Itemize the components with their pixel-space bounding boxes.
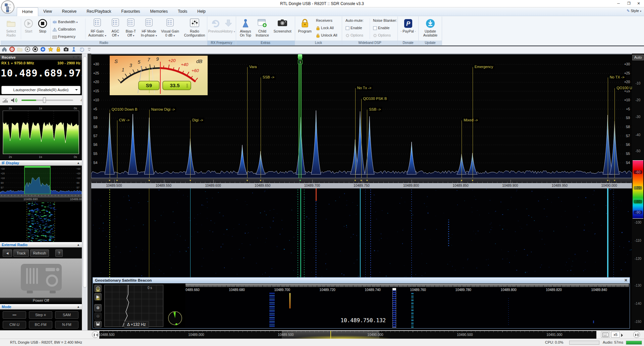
panel-close-icon[interactable]: ✕ (77, 55, 80, 60)
maximize-button[interactable]: ❐ (624, 0, 634, 7)
play-icon[interactable] (24, 46, 31, 52)
frequency-ruler[interactable]: ▼▼▼▼▼▼▼▼▼▼▼▼▼▼ (91, 178, 632, 183)
nb-options-button[interactable]: Options (373, 32, 391, 39)
zoom-factor-button[interactable]: x5 (611, 332, 620, 338)
beacon-signal-selected[interactable] (392, 288, 396, 328)
undo-icon[interactable] (78, 46, 85, 52)
remote-icon[interactable] (70, 46, 77, 52)
automute-enable-checkbox[interactable]: Enable (345, 24, 362, 31)
mode-button-step[interactable]: Step ≡ (29, 311, 52, 319)
automute-options-button[interactable]: Options (345, 32, 363, 39)
band-select-button[interactable] (601, 332, 610, 338)
nav-right-button[interactable] (633, 331, 640, 338)
agc-dropdown[interactable]: AGCOff ▾ (108, 18, 123, 39)
child-instance-button[interactable]: Child Instance (254, 18, 270, 39)
bias-t-dropdown[interactable]: Bias-TOff ▾ (123, 18, 138, 39)
sidebar-scrollbar[interactable] (82, 54, 88, 339)
spectrum-plot[interactable]: +30+25+20+15+10+5S9S8S7S6S5S4+30+25+20+1… (91, 54, 632, 178)
volume-handle[interactable] (43, 97, 46, 103)
beacon-header[interactable]: Geostationary Satellite Beacon ✕ (93, 278, 630, 283)
rx-dropdown-icon[interactable]: ▼ (11, 62, 13, 65)
calib-button[interactable]: Calibration (52, 26, 76, 33)
unlock-all-button[interactable]: Unlock All (316, 32, 337, 39)
tab-view[interactable]: View (38, 7, 57, 16)
collapse-icon[interactable]: ▲ (77, 160, 80, 166)
visual-gain-dropdown[interactable]: Visual Gain0 dB ▾ (160, 18, 180, 39)
history-button[interactable]: History ▾ (221, 18, 235, 39)
if-spectrum[interactable]: +30+30+20+20+10+10S9S9S7S7S5S5 (0, 166, 82, 197)
tab-help[interactable]: Help (192, 7, 211, 16)
tab-recplayback[interactable]: Rec/Playback (82, 7, 116, 16)
tab-home[interactable]: Home (17, 7, 38, 16)
refresh-button[interactable]: Refresh (30, 249, 49, 257)
lock-icon[interactable] (55, 46, 62, 52)
mode-button-bcfm[interactable]: BC-FM (29, 321, 52, 329)
help-button[interactable]: ? (55, 249, 63, 257)
mode-button-[interactable]: ••• (3, 311, 26, 319)
rx-label[interactable]: RX 1 (1, 61, 9, 65)
if-display-header[interactable]: IF Display▲ (0, 160, 82, 166)
stop-button[interactable]: Stop (36, 18, 50, 39)
tab-tools[interactable]: Tools (173, 7, 192, 16)
previous-button[interactable]: Previous (208, 18, 222, 39)
auto-scale-button[interactable]: Auto (632, 55, 644, 60)
band-strip[interactable]: 10488.50010489.00010489.50010490.0001049… (99, 331, 596, 339)
ext-arrow-button[interactable]: ◄ (3, 249, 12, 257)
app-logo-icon[interactable] (1, 0, 14, 14)
bandwidth-button[interactable]: Bandwidth ▾ (52, 18, 78, 25)
levels-icon[interactable] (3, 98, 9, 103)
beacon-zoomout-button[interactable]: ⊖ (94, 312, 102, 320)
nav-left-button[interactable] (92, 331, 99, 338)
camera-icon[interactable] (63, 46, 69, 52)
always-on-top-button[interactable]: Always On Top (237, 18, 254, 39)
hf-mode-dropdown[interactable]: HF ModeIn-phase ▾ (139, 18, 159, 39)
tuned-frequency[interactable]: 10.489.689.975 (1, 67, 81, 79)
close-button[interactable]: ✕ (634, 0, 643, 7)
favourite-icon[interactable] (47, 46, 54, 52)
start-button[interactable]: Start (21, 18, 36, 39)
beacon-save-button[interactable] (94, 321, 102, 328)
paypal-button[interactable]: P · PayPal · (399, 18, 417, 39)
minimize-button[interactable]: ─ (614, 0, 623, 7)
collapse-icon[interactable]: ▲ (77, 242, 80, 247)
tab-memories[interactable]: Memories (145, 7, 173, 16)
program-lock-button[interactable]: Program (297, 18, 313, 39)
tuning-indicator[interactable] (299, 56, 302, 178)
style-button[interactable]: ✎ Style ▾ (627, 9, 641, 13)
beacon-center-button[interactable]: ⊕ (94, 304, 102, 311)
beacon-waterfall[interactable]: 10489.66010489.68010489.70010489.7201048… (185, 284, 629, 328)
screenshot-button[interactable]: Screenshot (272, 18, 293, 39)
mode-header[interactable]: Mode▲ (0, 304, 82, 309)
mode-button-cwu[interactable]: CW-U (3, 321, 26, 329)
zoom-more-icon[interactable] (621, 334, 625, 337)
receive-panel-header[interactable]: Receive ▼ ✕ (0, 55, 82, 60)
tab-receive[interactable]: Receive (57, 7, 82, 16)
beacon-close-icon[interactable]: ✕ (624, 278, 628, 283)
beacon-record-button[interactable]: ◯ (94, 285, 102, 292)
scrollbar-thumb[interactable] (83, 56, 87, 288)
update-available-button[interactable]: Update Available (421, 18, 440, 39)
tuning-cap[interactable] (298, 54, 302, 59)
frequency-button[interactable]: Frequency (52, 33, 75, 40)
overflow-icon[interactable] (86, 46, 93, 52)
select-radio-button[interactable]: Select Radio (2, 18, 20, 39)
folder-icon[interactable] (16, 46, 23, 52)
radio-configuration-button[interactable]: Radio Configuration (183, 18, 206, 39)
beacon-play-button[interactable]: ▶ (94, 293, 102, 300)
lo-frequency[interactable]: 9750.0 MHz (14, 61, 34, 65)
mode-button-sam[interactable]: SAM (55, 311, 78, 319)
track-button[interactable]: Track (13, 249, 29, 257)
main-waterfall[interactable] (91, 188, 632, 277)
if-waterfall[interactable] (0, 202, 82, 242)
nb-enable-checkbox[interactable]: Enable (373, 24, 389, 31)
audio-device-select[interactable]: Lautsprecher (Realtek(R) Audio) (1, 86, 80, 94)
beacon-selection-handle[interactable] (392, 288, 396, 290)
panel-dropdown-icon[interactable]: ▼ (72, 55, 75, 60)
lock-all-button[interactable]: Lock All (316, 24, 334, 31)
home-icon[interactable] (1, 46, 8, 52)
external-radio-header[interactable]: External Radio▲ (0, 242, 82, 247)
tab-favourites[interactable]: Favourites (116, 7, 145, 16)
rf-gain-dropdown[interactable]: RF GainAutomatic ▾ (87, 18, 107, 39)
speaker-icon[interactable] (11, 97, 18, 103)
life-ring-icon[interactable] (9, 46, 15, 52)
